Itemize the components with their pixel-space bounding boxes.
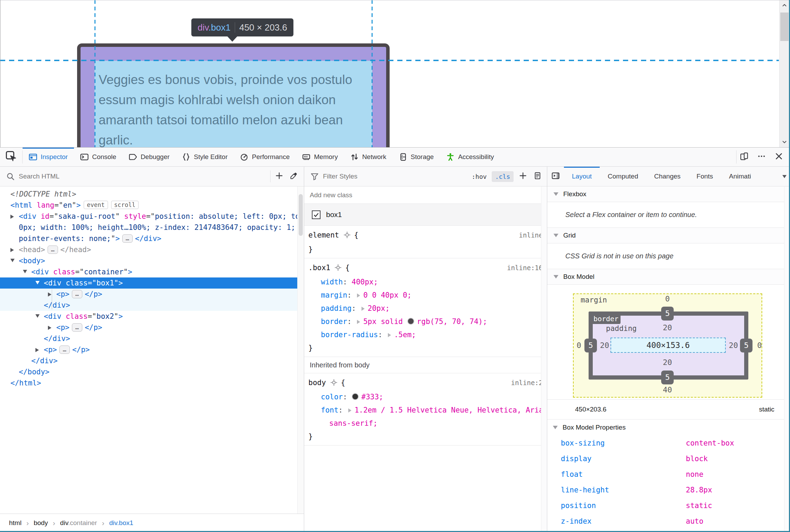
property-name[interactable]: line-height: [547, 482, 686, 498]
markup-row[interactable]: </body>: [0, 366, 304, 377]
markup-row[interactable]: </html>: [0, 377, 304, 389]
tab-debugger[interactable]: Debugger: [123, 148, 176, 166]
css-declaration[interactable]: border: 5px solid rgb(75, 70, 74);: [304, 315, 547, 328]
collapse-arrow-icon[interactable]: [23, 266, 31, 277]
show-all-nodes-button[interactable]: …: [72, 323, 82, 332]
tab-computed[interactable]: Computed: [600, 167, 646, 186]
page-scrollbar-thumb[interactable]: [780, 13, 789, 41]
section-flexbox[interactable]: Flexbox: [547, 186, 790, 202]
tab-layout[interactable]: Layout: [564, 167, 600, 186]
filter-styles-input[interactable]: Filter Styles: [323, 173, 357, 180]
highlight-selector-icon[interactable]: [334, 262, 342, 275]
markup-row[interactable]: <div class="container">: [0, 266, 304, 277]
scroll-up-icon[interactable]: [780, 0, 789, 10]
padding-left-value[interactable]: 20: [598, 341, 611, 350]
markup-row[interactable]: <body>: [0, 255, 304, 266]
margin-bottom-value[interactable]: 40: [661, 385, 674, 394]
expand-arrow-icon[interactable]: [35, 344, 44, 355]
section-box-model-properties[interactable]: Box Model Properties: [547, 419, 790, 435]
add-new-class-input[interactable]: Add new class: [304, 186, 547, 204]
page-viewport[interactable]: Veggies es bonus vobis, proinde vos post…: [0, 0, 790, 148]
rules-scrollbar[interactable]: [541, 186, 547, 532]
expand-arrow-icon[interactable]: [10, 211, 19, 222]
expand-shorthand-icon[interactable]: [357, 320, 360, 324]
tab-animati[interactable]: Animati: [721, 167, 759, 186]
close-devtools-button[interactable]: [771, 150, 787, 164]
markup-scrollbar-thumb[interactable]: [299, 194, 303, 236]
expand-arrow-icon[interactable]: [48, 289, 56, 300]
rule-selector[interactable]: element: [308, 231, 339, 239]
padding-top-value[interactable]: 20: [661, 323, 674, 332]
scroll-down-icon[interactable]: [780, 137, 789, 147]
color-swatch[interactable]: [352, 393, 359, 400]
highlight-selector-icon[interactable]: [330, 377, 338, 390]
markup-row[interactable]: <html lang="en">eventscroll: [0, 200, 304, 211]
node-picker-button[interactable]: [0, 148, 22, 166]
border-left-value[interactable]: 5: [584, 339, 597, 352]
property-name[interactable]: z-index: [547, 514, 686, 529]
show-all-nodes-button[interactable]: …: [48, 246, 58, 254]
expand-arrow-icon[interactable]: [48, 322, 56, 333]
markup-row[interactable]: 0px; width: 100%; height…100%; z-index: …: [0, 222, 304, 233]
tab-storage[interactable]: Storage: [393, 148, 440, 166]
rule-source-link[interactable]: inline: [519, 228, 543, 242]
css-declaration[interactable]: font: 1.2em / 1.5 Helvetica Neue, Helvet…: [304, 404, 547, 417]
markup-scrollbar[interactable]: [297, 186, 304, 514]
toggle-class-panel-button[interactable]: .cls: [492, 171, 514, 182]
breadcrumb-item[interactable]: body: [34, 519, 48, 527]
markup-tree[interactable]: <!DOCTYPE html><html lang="en">eventscro…: [0, 186, 304, 514]
expand-shorthand-icon[interactable]: [357, 293, 360, 298]
border-bottom-value[interactable]: 5: [661, 371, 674, 384]
section-box-model[interactable]: Box Model: [547, 269, 790, 285]
tab-accessibility[interactable]: Accessibility: [440, 148, 500, 166]
css-declaration[interactable]: color: #333;: [304, 390, 547, 404]
border-top-value[interactable]: 5: [661, 307, 674, 321]
markup-row[interactable]: <div class="box2">: [0, 311, 304, 322]
show-all-nodes-button[interactable]: …: [122, 234, 133, 243]
padding-right-value[interactable]: 20: [727, 341, 740, 350]
collapse-arrow-icon[interactable]: [35, 311, 44, 322]
margin-right-value[interactable]: 0: [755, 341, 764, 350]
css-declaration[interactable]: width: 400px;: [304, 275, 547, 289]
collapse-arrow-icon[interactable]: [35, 277, 44, 289]
tab-console[interactable]: Console: [74, 148, 123, 166]
rule-source-link[interactable]: inline:16: [507, 261, 543, 274]
section-grid[interactable]: Grid: [547, 228, 790, 243]
tab-performance[interactable]: Performance: [234, 148, 296, 166]
padding-bottom-value[interactable]: 20: [661, 358, 674, 367]
search-input[interactable]: Search HTML: [19, 173, 59, 180]
css-declaration[interactable]: padding: 20px;: [304, 302, 547, 315]
tab-changes[interactable]: Changes: [646, 167, 689, 186]
tabs-overflow-icon[interactable]: [782, 175, 787, 178]
add-rule-button[interactable]: [516, 169, 530, 183]
tab-memory[interactable]: Memory: [296, 148, 344, 166]
markup-row[interactable]: <p>…</p>: [0, 322, 304, 333]
print-simulation-button[interactable]: [530, 169, 545, 183]
markup-row[interactable]: </div>: [0, 333, 304, 344]
css-declaration[interactable]: margin: 0 0 40px 0;: [304, 289, 547, 302]
markup-row[interactable]: <head>…</head>: [0, 244, 304, 255]
markup-row[interactable]: <!DOCTYPE html>: [0, 189, 304, 200]
markup-row[interactable]: <p>…</p>: [0, 344, 304, 355]
markup-row[interactable]: </div>: [0, 355, 304, 366]
markup-row[interactable]: <div class="box1">: [0, 277, 304, 289]
toggle-pseudo-class-button[interactable]: :hov: [469, 171, 489, 182]
css-declaration[interactable]: border-radius: .5em;: [304, 328, 547, 341]
show-all-nodes-button[interactable]: …: [72, 290, 82, 298]
tab-style-editor[interactable]: Style Editor: [176, 148, 234, 166]
collapse-arrow-icon[interactable]: [10, 255, 19, 266]
tab-fonts[interactable]: Fonts: [689, 167, 721, 186]
scroll-badge[interactable]: scroll: [111, 201, 139, 209]
highlight-selector-icon[interactable]: [343, 230, 351, 243]
eyedropper-button[interactable]: [286, 169, 301, 183]
show-all-nodes-button[interactable]: …: [59, 346, 70, 354]
tab-network[interactable]: Network: [344, 148, 393, 166]
devtools-menu-button[interactable]: [754, 150, 769, 164]
rule-selector[interactable]: body: [308, 379, 326, 387]
markup-row[interactable]: <div id="saka-gui-root" style="position:…: [0, 211, 304, 222]
sidebar-toggle-button[interactable]: [551, 172, 560, 181]
expand-shorthand-icon[interactable]: [348, 408, 351, 413]
property-name[interactable]: box-sizing: [547, 435, 686, 451]
margin-top-value[interactable]: 0: [661, 294, 674, 303]
class-checkbox[interactable]: [312, 210, 321, 219]
